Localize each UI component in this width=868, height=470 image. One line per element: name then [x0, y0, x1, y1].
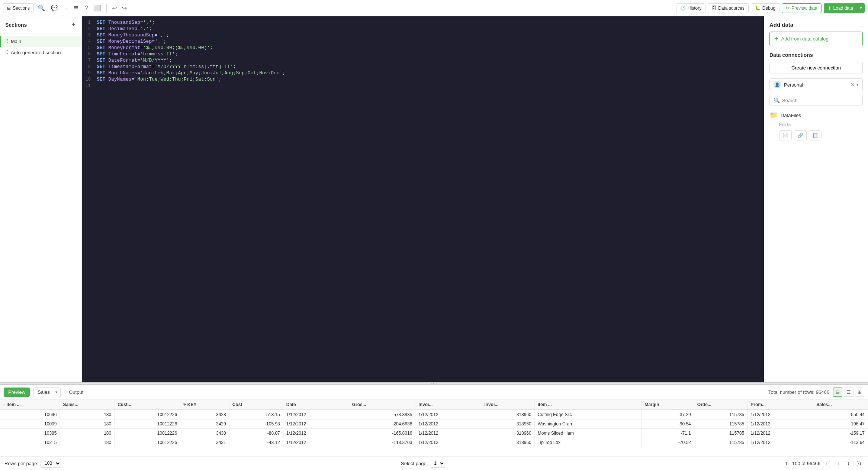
table-body: 10696180100122263428-513.151/12/2012-573…: [0, 410, 868, 447]
cell-prom: 1/12/2012: [748, 438, 813, 447]
cell-date: 1/12/2012: [283, 429, 349, 438]
drag-handle-main[interactable]: ⠿: [5, 38, 9, 44]
connection-selector[interactable]: 👤 Personal ✕ ▾: [769, 78, 863, 91]
col-cust[interactable]: Cust...: [115, 400, 180, 410]
cell-prom: 1/12/2012: [748, 429, 813, 438]
snippet-button[interactable]: ⬜: [91, 3, 103, 13]
first-page-button[interactable]: ⟨⟨: [823, 459, 832, 468]
search-input[interactable]: [782, 98, 859, 103]
folder-actions: 📄 🔗 📋: [769, 130, 863, 140]
code-editor[interactable]: 1 SET ThousandSep=','; 2 SET DecimalSep=…: [82, 16, 764, 382]
load-data-button[interactable]: ⬆ Load data: [824, 3, 857, 13]
col-sales2[interactable]: Sales...: [813, 400, 868, 410]
undo-button[interactable]: ↩: [110, 3, 119, 13]
search-button[interactable]: 🔍: [35, 3, 47, 13]
preview-data-button[interactable]: ⟳ Preview data: [782, 3, 821, 13]
rows-per-page-group: Rows per page: 100 50 25: [4, 459, 61, 468]
prev-page-button[interactable]: ⟨: [835, 459, 842, 468]
total-rows-label: Total number of rows: 96466: [768, 389, 829, 395]
load-data-dropdown-button[interactable]: ▾: [857, 3, 865, 13]
view-list-button[interactable]: ☰: [844, 388, 853, 397]
code-line-1: 1 SET ThousandSep=',';: [82, 19, 764, 26]
main-toolbar: ⊞ Sections 🔍 💬 ≡ ≣ ? ⬜ ↩ ↪ 🕐 History 🗄 D…: [0, 0, 868, 16]
col-item-desc[interactable]: Item ...: [534, 400, 641, 410]
folder-action-3-button[interactable]: 📋: [809, 130, 822, 140]
col-margin[interactable]: Margin: [642, 400, 694, 410]
create-connection-button[interactable]: Create new connection: [769, 62, 863, 74]
code-line-4: 4 SET MoneyDecimalSep='.';: [82, 38, 764, 45]
output-tab[interactable]: Output: [64, 388, 88, 397]
cell-invoi2: 318960: [481, 438, 534, 447]
folder-icon: 📁: [769, 111, 778, 119]
add-from-catalog-button[interactable]: + Add from data catalog: [769, 32, 863, 46]
cell-margin: -90.54: [642, 419, 694, 429]
cell-sales_num: 180: [60, 410, 115, 419]
search-box[interactable]: 🔍: [769, 95, 863, 106]
toolbar-separator-1: [106, 4, 107, 13]
col-invoi1[interactable]: Invoi...: [415, 400, 481, 410]
cell-orde: 115785: [694, 429, 747, 438]
cell-item_num: 10215: [0, 438, 60, 447]
comment-button[interactable]: 💬: [49, 3, 61, 13]
col-prom[interactable]: Prom...: [748, 400, 813, 410]
section-item-main[interactable]: ⠿ Main 🗑: [0, 36, 81, 47]
table-row: 10215180100122263431-43.121/12/2012-118.…: [0, 438, 868, 447]
preview-tab[interactable]: Preview: [4, 388, 30, 397]
connection-close-button[interactable]: ✕: [851, 82, 855, 88]
select-page-group: Select page: 1: [401, 459, 445, 468]
sort-desc-button[interactable]: ≣: [71, 3, 81, 13]
col-pkey[interactable]: %KEY: [180, 400, 229, 410]
cell-invoi1: 1/12/2012: [415, 429, 481, 438]
code-line-7: 7 SET DateFormat='M/D/YYYY';: [82, 57, 764, 64]
folder-action-1-button[interactable]: 📄: [779, 130, 792, 140]
col-orde[interactable]: Orde...: [694, 400, 747, 410]
cell-pkey: 3429: [180, 419, 229, 429]
cell-sales_num: 180: [60, 438, 115, 447]
debug-button[interactable]: 🐛 Debug: [751, 3, 779, 13]
sections-toggle-button[interactable]: ⊞ Sections: [3, 3, 34, 13]
table-select[interactable]: Sales: [33, 387, 61, 397]
section-item-auto[interactable]: ⠿ Auto-generated section 🗑: [0, 47, 81, 58]
load-icon: ⬆: [828, 6, 832, 11]
last-page-button[interactable]: ⟩⟩: [855, 459, 864, 468]
pagination-bar: Rows per page: 100 50 25 Select page: 1 …: [0, 456, 868, 470]
view-grid-button[interactable]: ⊞: [855, 388, 864, 397]
datafiles-row: 📁 DataFiles: [769, 110, 863, 121]
cell-sales2: -159.17: [813, 429, 868, 438]
col-item-num[interactable]: ↕Item ...: [0, 400, 60, 410]
cell-sales2: -196.47: [813, 419, 868, 429]
help-button[interactable]: ?: [82, 3, 90, 13]
datasources-icon: 🗄: [712, 6, 716, 11]
table-row: 10009180100122263429-105.931/12/2012-204…: [0, 419, 868, 429]
col-date[interactable]: Date: [283, 400, 349, 410]
search-icon: 🔍: [774, 97, 780, 103]
drag-handle-auto[interactable]: ⠿: [5, 49, 9, 55]
view-compact-button[interactable]: ⊟: [833, 388, 842, 397]
next-page-button[interactable]: ⟩: [845, 459, 852, 468]
col-invoi2[interactable]: Invoi...: [481, 400, 534, 410]
code-line-11: 11: [82, 82, 764, 89]
connection-dropdown-button[interactable]: ▾: [856, 82, 859, 88]
cell-margin: -70.52: [642, 438, 694, 447]
folder-action-2-button[interactable]: 🔗: [794, 130, 807, 140]
col-cost[interactable]: Cost: [229, 400, 283, 410]
sort-asc-button[interactable]: ≡: [62, 3, 70, 13]
cell-orde: 115785: [694, 419, 747, 429]
rows-per-page-select[interactable]: 100 50 25: [41, 459, 61, 468]
add-catalog-label: Add from data catalog: [781, 36, 829, 42]
select-page-select[interactable]: 1: [430, 459, 445, 468]
add-section-button[interactable]: +: [71, 20, 76, 29]
redo-button[interactable]: ↪: [120, 3, 129, 13]
code-line-3: 3 SET MoneyThousandSep=',';: [82, 32, 764, 38]
cell-cost: -88.07: [229, 429, 283, 438]
editor-area: 1 SET ThousandSep=','; 2 SET DecimalSep=…: [82, 16, 764, 382]
col-sales-num[interactable]: Sales...: [60, 400, 115, 410]
table-header-row: ↕Item ... Sales... Cust... %KEY Cost Dat…: [0, 400, 868, 410]
add-catalog-icon: +: [774, 35, 778, 43]
data-sources-button[interactable]: 🗄 Data sources: [708, 3, 749, 13]
cell-date: 1/12/2012: [283, 410, 349, 419]
history-button[interactable]: 🕐 History: [676, 3, 705, 13]
cell-sales_num: 180: [60, 429, 115, 438]
toolbar-right: 🕐 History 🗄 Data sources 🐛 Debug ⟳ Previ…: [676, 3, 865, 13]
col-gros[interactable]: Gros...: [349, 400, 415, 410]
